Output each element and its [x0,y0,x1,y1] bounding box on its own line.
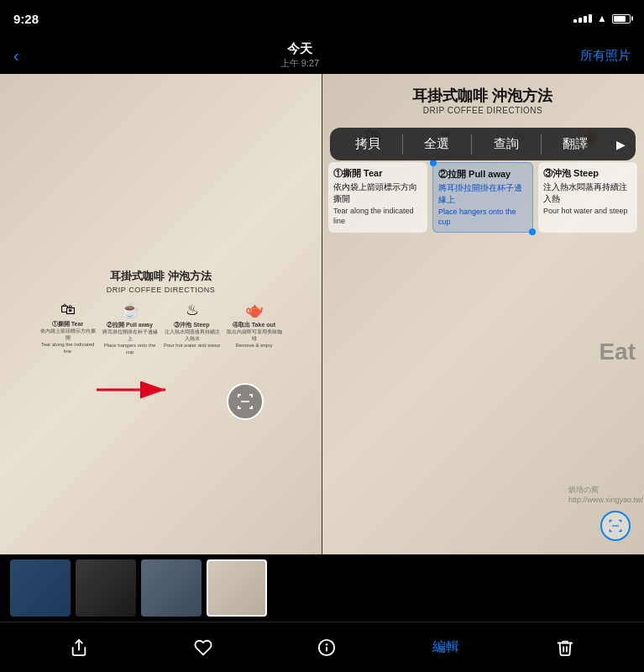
step-2: ☕ ②拉開 Pull away 將耳掛拉開掛在杯子邊緣上Place hanger… [101,301,160,355]
package-content: 耳掛式咖啡 沖泡方法 DRIP COFFEE DIRECTIONS 🛍 ①撕開 … [30,260,292,367]
heart-button[interactable] [185,629,222,666]
eat-text: Eat [599,339,636,365]
panel-divider [322,74,322,554]
zoom-step-3-num: ③沖泡 Steep [543,167,632,180]
live-text-button-right[interactable] [600,511,631,541]
step-3-icon: ♨ [163,301,222,319]
svg-rect-18 [620,529,622,532]
zoom-steps: ①撕開 Tear 依內袋上箭頭標示方向撕開 Tear along the ind… [322,155,644,239]
svg-rect-5 [251,394,253,397]
svg-rect-7 [238,406,239,409]
step-3-text: 注入熱水悶蒸後再持續注入熱水Pour hot water and steep [163,329,222,349]
menu-more-arrow[interactable]: ▶ [610,129,632,160]
wifi-icon: ▲ [597,13,607,24]
step-3-num: ③沖泡 Steep [163,321,222,329]
battery-fill [614,16,626,22]
zoom-step-2-cn: 將耳掛拉開掛在杯子邊緣上 [438,182,527,206]
selection-dot-bottom-right [529,228,536,235]
live-text-button-left[interactable] [227,383,264,420]
package-title: 耳掛式咖啡 沖泡方法 [39,269,284,284]
menu-lookup[interactable]: 查詢 [472,128,541,160]
thumbnail-strip [0,554,644,622]
delete-button[interactable] [547,629,584,666]
thumbnail-1[interactable] [10,559,71,617]
zoom-step-1-num: ①撕開 Tear [333,167,422,180]
status-time: 9:28 [13,12,39,26]
signal-icon [573,14,592,23]
nav-title: 今天 [287,41,312,57]
zoom-step-2: ②拉開 Pull away 將耳掛拉開掛在杯子邊緣上 Place hangers… [432,162,533,233]
zoom-step-1: ①撕開 Tear 依內袋上箭頭標示方向撕開 Tear along the ind… [328,162,427,233]
zoom-title: 耳掛式咖啡 沖泡方法 [332,86,634,106]
thumbnail-3[interactable] [141,559,202,617]
selection-dot-top-left [430,160,437,166]
zoom-step-2-num: ②拉開 Pull away [438,168,527,181]
step-3: ♨ ③沖泡 Steep 注入熱水悶蒸後再持續注入熱水Pour hot water… [163,301,222,355]
step-4-num: ④取出 Take out [225,321,284,329]
zoom-step-3-en: Pour hot water and steep [543,207,632,217]
zoom-step-1-en: Tear along the indicated line [333,207,422,226]
zoom-step-2-en: Place hangers onto the cup [438,207,527,227]
step-2-icon: ☕ [101,301,160,319]
share-button[interactable] [60,629,97,666]
step-1-icon: 🛍 [39,301,97,318]
svg-rect-12 [610,520,611,522]
step-1-num: ①撕開 Tear [39,320,97,328]
steps-row: 🛍 ①撕開 Tear 依內袋上箭頭標示方向撕開Tear along the in… [39,301,284,355]
step-2-text: 將耳掛拉開掛在杯子邊緣上Place hangers onto the cup [101,329,160,355]
step-1: 🛍 ①撕開 Tear 依內袋上箭頭標示方向撕開Tear along the in… [39,301,97,355]
svg-rect-3 [238,394,239,397]
menu-translate[interactable]: 翻譯 [542,128,610,160]
zoomed-content: 耳掛式咖啡 沖泡方法 DRIP COFFEE DIRECTIONS 🛍 ☕ ♨ … [322,74,644,554]
coffee-package-image: 耳掛式咖啡 沖泡方法 DRIP COFFEE DIRECTIONS 🛍 ①撕開 … [0,74,322,554]
svg-rect-16 [610,529,611,532]
nav-bar: ‹ 今天 上午 9:27 所有照片 [0,37,644,74]
svg-rect-9 [251,406,253,409]
status-icons: ▲ [573,13,631,24]
context-menu: 拷貝 全選 查詢 翻譯 ▶ [330,128,636,160]
status-bar: 9:28 ▲ [0,0,644,37]
thumbnail-2[interactable] [76,559,136,617]
step-4: 🫖 ④取出 Take out 取出內袋即可享用美味咖啡Remove & enjo… [225,301,284,355]
left-panel: 耳掛式咖啡 沖泡方法 DRIP COFFEE DIRECTIONS 🛍 ①撕開 … [0,74,322,554]
battery-icon [612,14,631,24]
step-1-text: 依內袋上箭頭標示方向撕開Tear along the indicated lin… [39,328,97,354]
menu-copy[interactable]: 拷貝 [333,128,402,160]
zoom-step-3-cn: 注入熱水悶蒸再持續注入熱 [543,181,632,205]
step-2-num: ②拉開 Pull away [101,321,160,329]
red-arrow [97,373,181,410]
package-subtitle: DRIP COFFEE DIRECTIONS [39,286,284,294]
watermark-text: 烘培の窩 http://www.xingyao.tw/ [568,485,643,504]
menu-select-all[interactable]: 全選 [403,128,472,160]
nav-center: 今天 上午 9:27 [280,41,319,70]
zoom-title-area: 耳掛式咖啡 沖泡方法 DRIP COFFEE DIRECTIONS [322,74,644,122]
step-4-icon: 🫖 [225,301,284,319]
bottom-toolbar: 編輯 [0,622,644,672]
edit-button[interactable]: 編輯 [432,638,459,656]
thumbnail-4-selected[interactable] [207,559,267,617]
step-4-text: 取出內袋即可享用美味咖啡Remove & enjoy [225,329,284,349]
svg-rect-14 [620,520,622,522]
back-button[interactable]: ‹ [13,46,19,66]
zoom-subtitle: DRIP COFFEE DIRECTIONS [332,106,634,115]
nav-subtitle: 上午 9:27 [280,57,319,70]
zoom-step-3: ③沖泡 Steep 注入熱水悶蒸再持續注入熱 Pour hot water an… [538,162,637,233]
info-button[interactable] [308,629,345,666]
zoom-step-1-cn: 依內袋上箭頭標示方向撕開 [333,181,422,205]
right-panel: 耳掛式咖啡 沖泡方法 DRIP COFFEE DIRECTIONS 🛍 ☕ ♨ … [322,74,644,554]
nav-all-photos[interactable]: 所有照片 [580,48,631,64]
